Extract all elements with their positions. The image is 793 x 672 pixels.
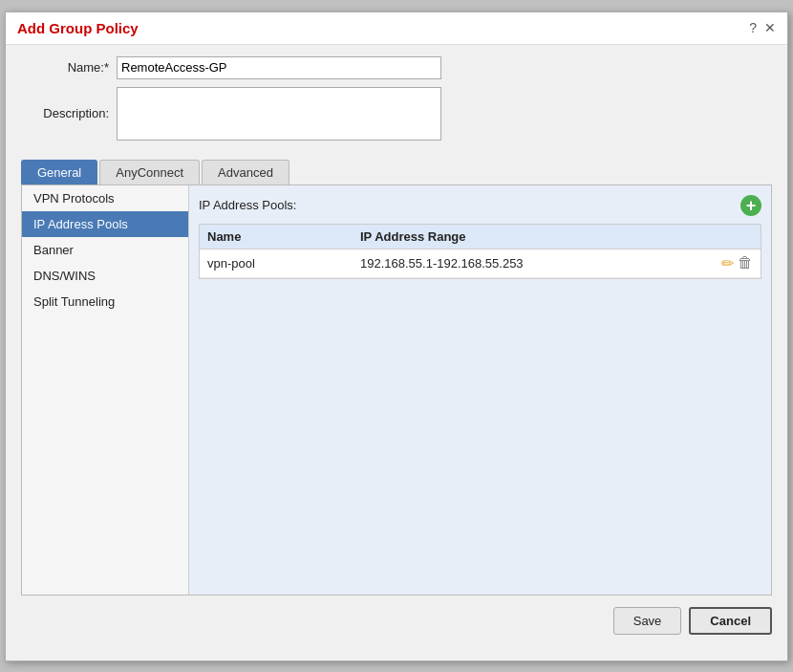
panel-title: IP Address Pools: (199, 198, 296, 212)
main-panel: IP Address Pools: + Name IP Address Rang… (189, 185, 771, 595)
table-header: Name IP Address Range (200, 225, 761, 249)
sidebar-item-banner[interactable]: Banner (22, 237, 188, 263)
tab-general[interactable]: General (21, 160, 97, 184)
delete-icon[interactable]: 🗑 (738, 254, 753, 271)
dialog-title: Add Group Policy (17, 20, 139, 36)
name-label: Name:* (21, 60, 117, 75)
panel-header: IP Address Pools: + (199, 195, 761, 216)
add-group-policy-dialog: Add Group Policy ? ✕ Name:* Description:… (5, 11, 788, 661)
sidebar-item-dns-wins[interactable]: DNS/WINS (22, 263, 188, 289)
content-area: VPN Protocols IP Address Pools Banner DN… (21, 184, 772, 596)
sidebar: VPN Protocols IP Address Pools Banner DN… (22, 185, 189, 595)
cancel-button[interactable]: Cancel (689, 607, 772, 635)
dialog-titlebar: Add Group Policy ? ✕ (6, 12, 787, 45)
col-name-header: Name (207, 229, 360, 244)
dialog-controls: ? ✕ (749, 20, 776, 35)
close-icon[interactable]: ✕ (764, 20, 776, 35)
tabs-bar: General AnyConnect Advanced (6, 160, 787, 184)
add-pool-button[interactable]: + (740, 195, 761, 216)
save-button[interactable]: Save (613, 607, 682, 635)
pool-name: vpn-pool (207, 256, 360, 271)
edit-icon[interactable]: ✏ (721, 254, 734, 272)
description-row: Description: (21, 87, 772, 141)
description-label: Description: (21, 106, 117, 120)
row-actions: ✏ 🗑 (721, 254, 753, 272)
sidebar-item-ip-address-pools[interactable]: IP Address Pools (22, 211, 188, 237)
col-range-header: IP Address Range (360, 229, 753, 244)
sidebar-item-split-tunneling[interactable]: Split Tunneling (22, 289, 188, 314)
name-input[interactable] (117, 56, 441, 79)
help-icon[interactable]: ? (749, 20, 757, 35)
table-row[interactable]: vpn-pool 192.168.55.1-192.168.55.253 ✏ 🗑 (200, 249, 761, 278)
tab-advanced[interactable]: Advanced (202, 160, 289, 184)
sidebar-item-vpn-protocols[interactable]: VPN Protocols (22, 185, 188, 211)
tab-anyconnect[interactable]: AnyConnect (99, 160, 200, 184)
pool-ip-range: 192.168.55.1-192.168.55.253 (360, 256, 721, 271)
form-area: Name:* Description: (6, 45, 787, 156)
footer: Save Cancel (6, 596, 787, 646)
ip-pools-table: Name IP Address Range vpn-pool 192.168.5… (199, 224, 761, 279)
name-row: Name:* (21, 56, 772, 79)
description-input[interactable] (117, 87, 441, 141)
